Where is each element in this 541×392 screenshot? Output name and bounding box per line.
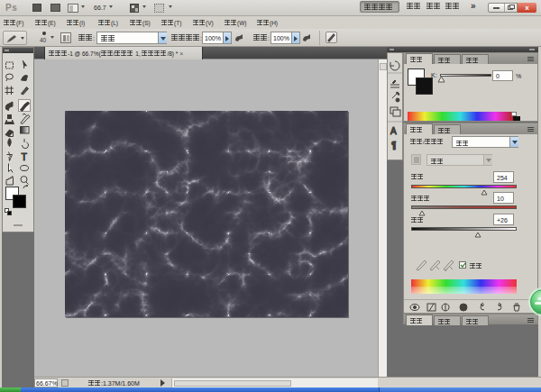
- svg-text:A: A: [390, 126, 397, 136]
- svg-text:T: T: [22, 151, 28, 162]
- svg-text:¶: ¶: [391, 141, 396, 150]
